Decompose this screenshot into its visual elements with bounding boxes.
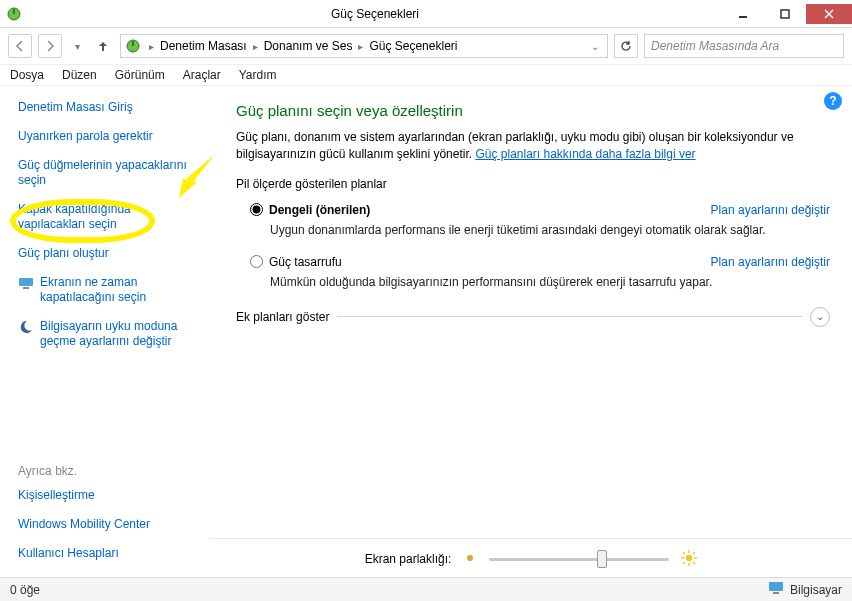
- power-plan-balanced: Dengeli (önerilen) Plan ayarlarını değiş…: [250, 203, 830, 237]
- statusbar: 0 öğe Bilgisayar: [0, 577, 852, 601]
- svg-rect-8: [19, 278, 33, 286]
- plans-section-label: Pil ölçerde gösterilen planlar: [236, 177, 830, 191]
- svg-rect-21: [773, 592, 779, 594]
- chevron-right-icon: ▸: [145, 41, 158, 52]
- svg-point-11: [686, 554, 692, 560]
- search-placeholder: Denetim Masasında Ara: [651, 39, 779, 53]
- svg-point-10: [467, 555, 473, 561]
- sun-high-icon: [681, 550, 697, 569]
- up-button[interactable]: [92, 35, 114, 57]
- breadcrumb-dropdown[interactable]: ⌄: [587, 41, 603, 52]
- brightness-slider[interactable]: [489, 549, 669, 569]
- show-additional-plans[interactable]: Ek planları göster ⌄: [236, 307, 830, 327]
- forward-button[interactable]: [38, 34, 62, 58]
- minimize-button[interactable]: [722, 4, 764, 24]
- power-plan-saver: Güç tasarrufu Plan ayarlarını değiştir M…: [250, 255, 830, 289]
- main-panel: ? Güç planını seçin veya özelleştirin Gü…: [210, 86, 852, 577]
- titlebar: Güç Seçenekleri: [0, 0, 852, 28]
- svg-line-19: [683, 562, 685, 564]
- svg-line-16: [683, 552, 685, 554]
- breadcrumb-item[interactable]: Donanım ve Ses: [264, 39, 353, 53]
- menu-edit[interactable]: Düzen: [62, 68, 97, 82]
- back-button[interactable]: [8, 34, 32, 58]
- chevron-right-icon: ▸: [249, 41, 262, 52]
- close-button[interactable]: [806, 4, 852, 24]
- change-plan-settings-link[interactable]: Plan ayarlarını değiştir: [711, 255, 830, 269]
- change-plan-settings-link[interactable]: Plan ayarlarını değiştir: [711, 203, 830, 217]
- seealso-mobility-center[interactable]: Windows Mobility Center: [18, 517, 201, 532]
- chevron-right-icon: ▸: [354, 41, 367, 52]
- page-description: Güç planı, donanım ve sistem ayarlarında…: [236, 129, 830, 163]
- menubar: Dosya Düzen Görünüm Araçlar Yardım: [0, 64, 852, 86]
- slider-thumb[interactable]: [597, 550, 607, 568]
- plan-description: Uygun donanımlarda performans ile enerji…: [270, 223, 830, 237]
- breadcrumb[interactable]: ▸ Denetim Masası ▸ Donanım ve Ses ▸ Güç …: [120, 34, 608, 58]
- nav-toolbar: ▾ ▸ Denetim Masası ▸ Donanım ve Ses ▸ Gü…: [0, 28, 852, 64]
- page-title: Güç planını seçin veya özelleştirin: [236, 102, 830, 119]
- sidebar-item-require-password[interactable]: Uyanırken parola gerektir: [18, 129, 201, 144]
- brightness-control: Ekran parlaklığı:: [210, 538, 852, 569]
- sidebar: Denetim Masası Giriş Uyanırken parola ge…: [0, 86, 210, 577]
- sun-low-icon: [463, 551, 477, 568]
- see-also-header: Ayrıca bkz.: [18, 464, 201, 478]
- sidebar-item-create-plan[interactable]: Güç planı oluştur: [18, 246, 201, 261]
- plan-radio-balanced[interactable]: [250, 203, 263, 216]
- plan-name: Güç tasarrufu: [269, 255, 342, 269]
- svg-rect-2: [739, 16, 747, 18]
- breadcrumb-item[interactable]: Güç Seçenekleri: [369, 39, 457, 53]
- sidebar-item-display-off[interactable]: Ekranın ne zaman kapatılacağını seçin: [18, 275, 201, 305]
- svg-line-17: [693, 562, 695, 564]
- svg-rect-7: [132, 41, 134, 46]
- recent-dropdown[interactable]: ▾: [68, 34, 86, 58]
- svg-line-18: [693, 552, 695, 554]
- menu-view[interactable]: Görünüm: [115, 68, 165, 82]
- plan-name: Dengeli (önerilen): [269, 203, 370, 217]
- brightness-label: Ekran parlaklığı:: [365, 552, 452, 566]
- breadcrumb-item[interactable]: Denetim Masası: [160, 39, 247, 53]
- search-input[interactable]: Denetim Masasında Ara: [644, 34, 844, 58]
- status-item-count: 0 öğe: [10, 583, 40, 597]
- svg-rect-9: [23, 287, 29, 289]
- sidebar-item-sleep-settings[interactable]: Bilgisayarın uyku moduna geçme ayarların…: [18, 319, 201, 349]
- power-options-icon: [125, 38, 141, 54]
- power-options-icon: [6, 6, 22, 22]
- plan-description: Mümkün olduğunda bilgisayarınızın perfor…: [270, 275, 830, 289]
- status-location: Bilgisayar: [790, 583, 842, 597]
- svg-rect-1: [13, 9, 15, 14]
- sidebar-item-lid-close[interactable]: Kapak kapatıldığında yapılacakları seçin: [18, 202, 201, 232]
- chevron-down-icon[interactable]: ⌄: [810, 307, 830, 327]
- svg-rect-3: [781, 10, 789, 18]
- sidebar-item-control-panel-home[interactable]: Denetim Masası Giriş: [18, 100, 201, 115]
- plan-radio-saver[interactable]: [250, 255, 263, 268]
- maximize-button[interactable]: [764, 4, 806, 24]
- menu-tools[interactable]: Araçlar: [183, 68, 221, 82]
- monitor-icon: [18, 275, 34, 291]
- sidebar-item-power-buttons[interactable]: Güç düğmelerinin yapacaklarını seçin: [18, 158, 201, 188]
- menu-file[interactable]: Dosya: [10, 68, 44, 82]
- learn-more-link[interactable]: Güç planları hakkında daha fazla bilgi v…: [475, 147, 695, 161]
- moon-icon: [18, 319, 34, 335]
- svg-rect-20: [769, 582, 783, 591]
- refresh-button[interactable]: [614, 34, 638, 58]
- menu-help[interactable]: Yardım: [239, 68, 277, 82]
- seealso-personalization[interactable]: Kişiselleştirme: [18, 488, 201, 503]
- seealso-user-accounts[interactable]: Kullanıcı Hesapları: [18, 546, 201, 561]
- window-title: Güç Seçenekleri: [28, 7, 722, 21]
- content-area: Denetim Masası Giriş Uyanırken parola ge…: [0, 86, 852, 577]
- help-icon[interactable]: ?: [824, 92, 842, 110]
- computer-icon: [768, 581, 784, 598]
